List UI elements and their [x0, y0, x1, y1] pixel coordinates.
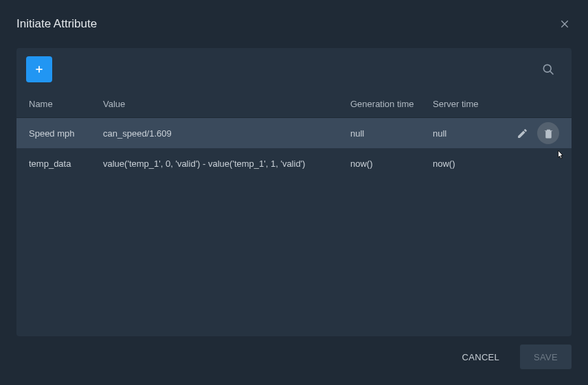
cell-name: temp_data	[29, 159, 103, 169]
cell-name: Speed mph	[29, 128, 103, 139]
table-row[interactable]: temp_data value('temp_1', 0, 'valid') - …	[16, 148, 572, 178]
attribute-table: Name Value Generation time Server time S…	[16, 91, 572, 336]
plus-icon	[34, 64, 45, 75]
cell-generation-time: now()	[350, 159, 433, 169]
content-panel: Name Value Generation time Server time S…	[16, 48, 572, 336]
pencil-icon	[517, 128, 528, 139]
cancel-button[interactable]: CANCEL	[449, 345, 514, 369]
close-icon	[559, 19, 570, 30]
cell-server-time: null	[433, 128, 501, 139]
delete-button[interactable]	[537, 122, 559, 144]
edit-button[interactable]	[511, 122, 533, 144]
dialog: Initiate Attribute Name Value Generation…	[0, 0, 588, 385]
cell-value: value('temp_1', 0, 'valid') - value('tem…	[103, 159, 350, 169]
search-icon	[541, 62, 555, 76]
cell-generation-time: null	[350, 128, 433, 139]
header-generation-time: Generation time	[350, 99, 433, 109]
header-server-time: Server time	[433, 99, 501, 109]
save-button[interactable]: SAVE	[520, 345, 572, 369]
header-name: Name	[29, 99, 103, 109]
dialog-title: Initiate Attribute	[16, 17, 97, 31]
row-actions	[501, 122, 559, 144]
table-header: Name Value Generation time Server time	[16, 91, 572, 118]
trash-icon	[543, 128, 554, 139]
svg-point-4	[543, 65, 551, 72]
dialog-header: Initiate Attribute	[16, 0, 572, 48]
search-button[interactable]	[540, 61, 556, 78]
dialog-footer: CANCEL SAVE	[16, 336, 572, 377]
table-row[interactable]: Speed mph can_speed/1.609 null null	[16, 118, 572, 148]
cell-server-time: now()	[433, 159, 501, 169]
toolbar	[16, 48, 572, 91]
header-value: Value	[103, 99, 350, 109]
add-button[interactable]	[26, 56, 52, 82]
close-button[interactable]	[558, 17, 572, 31]
cell-value: can_speed/1.609	[103, 128, 350, 139]
svg-line-5	[550, 71, 554, 75]
